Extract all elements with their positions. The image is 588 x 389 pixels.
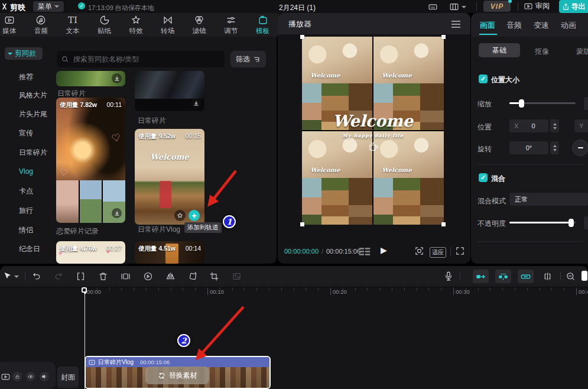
track-visibility-button[interactable] xyxy=(26,372,35,381)
crop-icon[interactable] xyxy=(209,271,219,281)
quality-icon[interactable] xyxy=(358,247,371,256)
select-tool-icon[interactable] xyxy=(4,272,12,281)
ribbon-tab-filter[interactable]: 滤镜 xyxy=(184,13,216,37)
template-card[interactable]: 使用量 7.82w 00:11 ♡ ♡ xyxy=(56,98,125,223)
selection-handle[interactable] xyxy=(441,35,446,39)
sidebar-item-intro-outro[interactable]: 片头片尾 xyxy=(19,109,47,119)
subtab-basic[interactable]: 基础 xyxy=(479,43,520,57)
link-preview-toggle[interactable] xyxy=(495,270,511,283)
freeze-frame-icon[interactable] xyxy=(121,271,131,281)
template-card[interactable]: 使用量 4.51w 00:14 xyxy=(135,241,204,264)
sidebar-item-travel[interactable]: 旅行 xyxy=(19,206,33,216)
ribbon-tab-audio[interactable]: 音频 xyxy=(25,13,57,37)
search-bar[interactable] xyxy=(57,51,225,67)
timeline-zoom-slider-handle[interactable] xyxy=(581,271,587,281)
sidebar-item-root[interactable]: 剪同款 xyxy=(5,47,43,60)
replace-material-button[interactable]: 替换素材 xyxy=(145,367,209,384)
welcome-sub-text: My happy daily life xyxy=(302,132,444,138)
template-card[interactable] xyxy=(135,71,204,111)
opacity-slider-handle[interactable] xyxy=(568,219,574,227)
ribbon-tab-media[interactable]: 媒体 xyxy=(0,13,25,37)
subtab-cutout[interactable]: 抠像 xyxy=(535,47,549,57)
select-tool-dropdown-icon[interactable] xyxy=(14,275,19,278)
sidebar-item-promo[interactable]: 宣传 xyxy=(19,128,33,138)
download-icon[interactable] xyxy=(191,98,201,108)
template-card[interactable]: 使用量 9.52w 00:15 Welcome + xyxy=(135,129,204,225)
position-x-stepper[interactable] xyxy=(550,119,559,132)
tab-picture[interactable]: 画面 xyxy=(480,20,495,31)
opacity-value-input[interactable] xyxy=(584,216,588,229)
preview-quality-focus-icon[interactable] xyxy=(414,246,424,256)
fullscreen-icon[interactable] xyxy=(455,246,465,256)
vip-button[interactable]: VIP xyxy=(483,1,511,12)
menu-button[interactable]: 菜单 xyxy=(33,1,64,12)
cover-button[interactable]: 封面 xyxy=(57,367,79,388)
ribbon-tab-text[interactable]: TI 文本 xyxy=(57,13,89,37)
play-button[interactable]: ▶ xyxy=(381,245,387,255)
subtab-mask[interactable]: 蒙版 xyxy=(576,47,588,57)
rotate-stepper[interactable] xyxy=(550,141,559,154)
track-mute-button[interactable] xyxy=(40,372,49,381)
selection-handle[interactable] xyxy=(300,35,304,39)
linkage-toggle[interactable] xyxy=(518,270,534,283)
undo-icon[interactable] xyxy=(32,271,42,281)
blend-mode-select[interactable]: 正常 xyxy=(509,193,588,206)
auto-snap-toggle[interactable] xyxy=(473,270,489,283)
scale-slider-handle[interactable] xyxy=(519,99,524,108)
fit-button[interactable]: 适应 xyxy=(430,247,446,258)
video-preview[interactable]: Welcome Welcome Welcome Welcome Welcome … xyxy=(302,37,444,225)
position-x-input[interactable]: X 0 xyxy=(509,119,548,132)
mirror-icon[interactable] xyxy=(165,271,176,281)
favorite-star-button[interactable] xyxy=(174,210,186,221)
selection-handle[interactable] xyxy=(441,222,446,226)
tab-speed[interactable]: 变速 xyxy=(534,20,549,31)
timeline-tracks[interactable]: 封面 日常碎片Vlog 00:00:15:06 替换素材 xyxy=(0,299,588,389)
selection-handle[interactable] xyxy=(300,222,304,226)
rotate-value-input[interactable]: 0° xyxy=(509,141,548,154)
rotate-clip-icon[interactable] xyxy=(188,271,198,281)
position-size-checkbox[interactable]: ✓ xyxy=(479,74,488,83)
tab-audio[interactable]: 音频 xyxy=(506,20,522,31)
player-menu-icon[interactable] xyxy=(451,21,460,28)
zoom-out-icon[interactable] xyxy=(566,271,576,281)
shortcut-keyboard-button[interactable] xyxy=(428,2,438,12)
download-icon[interactable] xyxy=(112,73,122,83)
layout-switch-button[interactable] xyxy=(449,2,466,12)
split-icon[interactable] xyxy=(76,271,86,281)
smart-tool-icon[interactable] xyxy=(232,271,242,281)
ribbon-tab-effects[interactable]: 特效 xyxy=(120,13,152,37)
download-icon[interactable] xyxy=(112,208,122,218)
scale-value-input[interactable] xyxy=(584,97,588,110)
track-lock-button[interactable] xyxy=(12,372,22,381)
add-to-track-button[interactable]: + xyxy=(189,210,200,221)
rotate-dial[interactable] xyxy=(572,140,588,156)
filter-button[interactable]: 筛选 xyxy=(230,51,266,67)
ribbon-tab-transition[interactable]: 转场 xyxy=(152,13,184,37)
track-split-icon[interactable] xyxy=(542,271,553,281)
ribbon-tab-template[interactable]: 模板 xyxy=(247,13,279,37)
ribbon-tab-sticker[interactable]: 贴纸 xyxy=(89,13,121,37)
ribbon-tab-adjust[interactable]: 调节 xyxy=(215,13,247,37)
sidebar-item-recommend[interactable]: 推荐 xyxy=(19,72,33,82)
sidebar-item-daily[interactable]: 日常碎片 xyxy=(19,148,47,158)
blend-checkbox[interactable]: ✓ xyxy=(479,173,488,182)
delete-icon[interactable] xyxy=(98,271,108,281)
sidebar-item-beat[interactable]: 卡点 xyxy=(19,186,33,196)
review-button[interactable]: 审阅 xyxy=(524,1,550,11)
position-y-input[interactable]: Y xyxy=(574,119,588,132)
template-card[interactable]: 使用量 4.76w 00:27 ♥ ♥ xyxy=(56,241,125,264)
search-input[interactable] xyxy=(72,54,204,64)
template-card[interactable] xyxy=(56,71,125,86)
playhead-line[interactable] xyxy=(85,287,85,389)
sidebar-item-couple[interactable]: 情侣 xyxy=(19,225,33,235)
reverse-play-icon[interactable] xyxy=(143,271,153,281)
redo-icon[interactable] xyxy=(53,271,63,281)
export-button[interactable]: 导出 xyxy=(559,0,588,13)
opacity-slider[interactable] xyxy=(509,222,576,223)
tab-animation[interactable]: 动画 xyxy=(561,20,576,31)
scale-slider[interactable] xyxy=(509,102,576,104)
sidebar-item-vlog[interactable]: Vlog xyxy=(19,167,33,176)
sidebar-item-style[interactable]: 风格大片 xyxy=(19,90,47,101)
record-voiceover-icon[interactable] xyxy=(443,271,454,281)
sidebar-item-anniversary[interactable]: 纪念日 xyxy=(19,244,40,254)
